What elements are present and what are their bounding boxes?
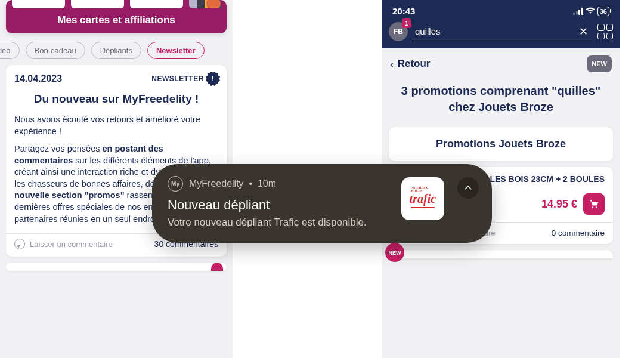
avatar-badge: 1 [402,18,411,28]
chip-newsletter[interactable]: Newsletter [147,42,205,59]
cards-banner-title: Mes cartes et affiliations [6,14,227,26]
leave-comment-label: Laisser un commentaire [30,240,113,249]
brand-card[interactable]: Promotions Jouets Broze [389,127,613,161]
search-input-wrap[interactable]: ✕ [414,23,592,41]
status-time: 20:43 [392,6,415,16]
news-date: 14.04.2023 [14,73,62,84]
trafic-logo: UN CHOIX MALIN trafic [410,192,436,206]
notif-app-name: MyFreedelity • 10m [189,178,276,189]
news-p1: Nous avons écouté vos retours et amélior… [14,114,218,137]
news-tag: NEWSLETTER ! [151,73,218,84]
notif-image: UN CHOIX MALIN trafic [401,177,444,220]
status-bar: 20:43 36 [389,6,613,22]
chip-video[interactable]: idéo [0,42,20,59]
chevron-up-icon [463,183,473,193]
back-label: Retour [398,58,431,70]
loyalty-card[interactable] [189,0,221,8]
leave-comment[interactable]: Laisser un commentaire [14,239,113,249]
news-tag-label: NEWSLETTER [151,75,204,83]
next-card-peek[interactable] [6,263,227,271]
battery-icon: 36 [597,7,609,16]
chip-gift[interactable]: Bon-cadeau [26,42,85,59]
chip-flyers[interactable]: Dépliants [91,42,141,59]
filter-chips: idéo Bon-cadeau Dépliants Newsletter [0,39,229,65]
news-title: Du nouveau sur MyFreedelity ! [14,92,218,106]
notif-app-icon: My [168,176,183,192]
search-input[interactable] [415,26,577,36]
loyalty-cards-row [6,0,227,14]
app-header: 20:43 36 FB 1 ✕ [382,0,620,48]
push-notification[interactable]: My MyFreedelity • 10m Nouveau dépliant V… [152,164,492,243]
signal-icon [573,8,583,15]
loyalty-card[interactable] [130,0,183,8]
avatar-initials: FB [394,27,403,36]
next-promo-peek[interactable]: NEW [389,250,613,258]
add-to-cart-button[interactable] [583,193,605,215]
brand-title: Promotions Jouets Broze [398,138,603,150]
clear-icon[interactable]: ✕ [577,25,590,38]
collapse-button[interactable] [457,177,479,199]
loyalty-card[interactable] [12,0,65,8]
new-badge: NEW [587,55,612,72]
loyalty-card[interactable] [71,0,124,8]
product-price: 14.95 € [541,198,577,211]
corner-badge [211,263,223,271]
new-round-badge: NEW [385,243,404,262]
results-title: 3 promotions comprenant "quilles" chez J… [382,79,620,121]
chevron-left-icon: ‹ [390,57,394,71]
back-button[interactable]: ‹ Retour [390,57,430,71]
cart-icon [588,198,600,210]
comment-icon [14,239,25,249]
cards-banner[interactable]: Mes cartes et affiliations [6,0,227,33]
wifi-icon [586,7,595,16]
burst-icon: ! [208,73,218,84]
qr-scan-icon[interactable] [597,24,613,39]
avatar[interactable]: FB 1 [389,22,408,41]
comment-count[interactable]: 0 commentaire [552,229,605,237]
